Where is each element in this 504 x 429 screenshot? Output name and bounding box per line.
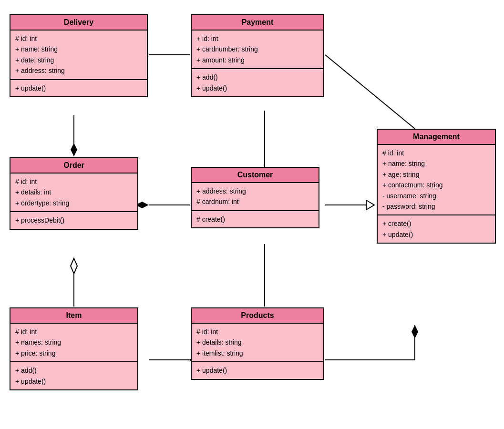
management-attributes: # id: int + name: string + age: string +… — [378, 145, 495, 215]
delivery-methods: + update() — [10, 80, 147, 96]
item-header: Item — [10, 308, 137, 324]
item-attributes: # id: int + names: string + price: strin… — [10, 324, 137, 362]
products-header: Products — [192, 308, 323, 324]
order-header: Order — [10, 158, 137, 174]
item-methods: + add() + update() — [10, 362, 137, 389]
delivery-attributes: # id: int + name: string + date: string … — [10, 31, 147, 80]
customer-attributes: + address: string # cardnum: int — [192, 183, 319, 211]
management-methods: + create() + update() — [378, 215, 495, 243]
svg-line-2 — [325, 55, 415, 129]
payment-methods: + add() + update() — [192, 69, 323, 96]
delivery-class: Delivery # id: int + name: string + date… — [10, 14, 148, 97]
svg-marker-5 — [71, 143, 77, 156]
svg-marker-9 — [366, 200, 374, 210]
delivery-header: Delivery — [10, 15, 147, 31]
management-class: Management # id: int + name: string + ag… — [377, 129, 496, 244]
customer-methods: # create() — [192, 211, 319, 227]
products-attributes: # id: int + details: string + itemlist: … — [192, 324, 323, 362]
item-class: Item # id: int + names: string + price: … — [10, 307, 138, 390]
products-methods: + update() — [192, 362, 323, 378]
management-header: Management — [378, 130, 495, 145]
payment-header: Payment — [192, 15, 323, 31]
order-attributes: # id: int + details: int + ordertype: st… — [10, 174, 137, 212]
order-methods: + processDebit() — [10, 212, 137, 228]
products-class: Products # id: int + details: string + i… — [191, 307, 324, 380]
payment-class: Payment + id: int + cardnumber: string +… — [191, 14, 324, 97]
customer-header: Customer — [192, 168, 319, 183]
svg-marker-17 — [411, 325, 418, 338]
svg-marker-11 — [71, 258, 77, 274]
payment-attributes: + id: int + cardnumber: string + amount:… — [192, 31, 323, 69]
order-class: Order # id: int + details: int + orderty… — [10, 157, 138, 230]
customer-class: Customer + address: string # cardnum: in… — [191, 167, 319, 228]
